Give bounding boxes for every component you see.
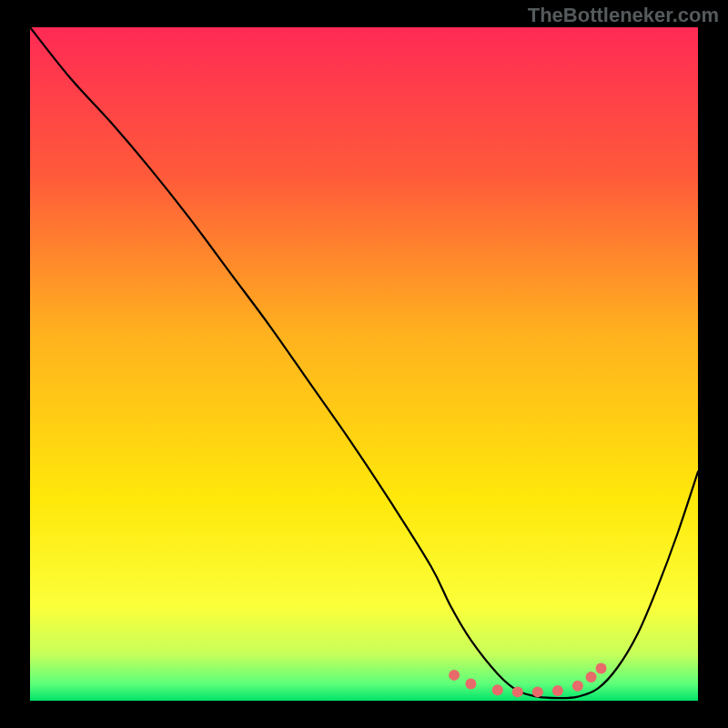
marker-dot [532,686,543,697]
marker-dot [596,662,607,673]
marker-dot [572,681,583,692]
marker-dot [449,670,460,681]
bottleneck-chart [0,0,728,728]
plot-background [30,27,698,701]
marker-dot [586,672,597,682]
marker-dot [552,685,563,696]
marker-dot [465,679,476,690]
marker-dot [492,684,503,695]
chart-frame: TheBottleneker.com [0,0,728,728]
marker-dot [512,686,523,697]
